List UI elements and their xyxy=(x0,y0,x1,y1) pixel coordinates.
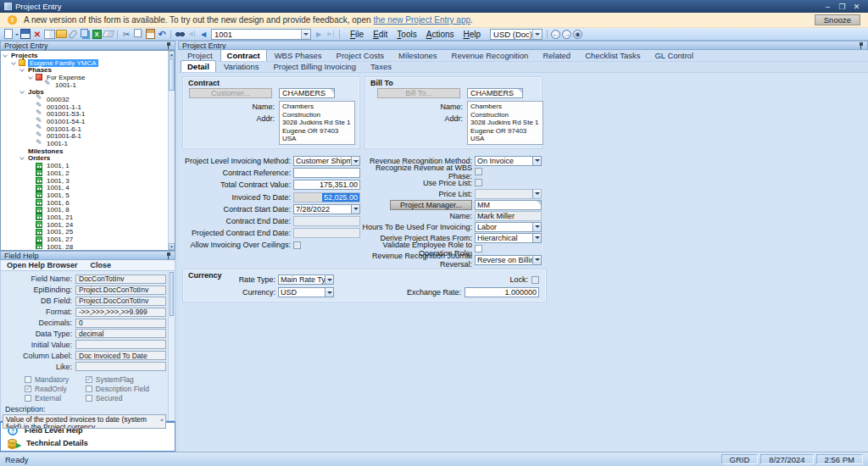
tree-item[interactable]: 1001, 2 xyxy=(2,169,168,177)
tree-item[interactable]: 1001, 3 xyxy=(2,177,168,185)
tree-item[interactable]: 1001, 27 xyxy=(2,236,168,243)
field-help-menu-item[interactable]: Close xyxy=(91,261,112,269)
new-icon[interactable] xyxy=(3,29,14,40)
tree-item[interactable]: 1001, 25 xyxy=(2,229,168,236)
clear-icon[interactable] xyxy=(103,29,114,40)
paperclip-icon[interactable] xyxy=(67,29,79,40)
currency-select[interactable]: USD xyxy=(278,287,334,297)
total-contract-value-input[interactable]: 175,351.00 xyxy=(293,180,360,190)
tree-item[interactable]: Phases xyxy=(2,66,168,74)
sub-tab[interactable]: Variations xyxy=(217,60,266,72)
scroll-down-icon[interactable]: ▼ xyxy=(169,243,175,250)
new-dropdown-icon[interactable] xyxy=(15,34,19,37)
tab[interactable]: Milestones xyxy=(392,49,443,61)
chevron-down-icon[interactable] xyxy=(532,223,541,231)
tree-item[interactable]: 001001-54-1 xyxy=(2,118,168,125)
chevron-down-icon[interactable] xyxy=(532,30,542,39)
tree-item[interactable]: 1001, 5 xyxy=(2,191,168,199)
revrec-journal-reversal-select[interactable]: Reverse on Billing/Shipm xyxy=(475,255,542,265)
next-record-icon[interactable] xyxy=(313,29,325,40)
tree-item[interactable]: 001001-53-1 xyxy=(2,111,168,119)
invoicing-method-select[interactable]: Customer Shipment xyxy=(293,156,360,166)
menu-item[interactable]: Edit xyxy=(373,30,387,39)
close-button[interactable]: ✕ xyxy=(849,3,864,11)
record-navigation-circle-icon[interactable]: ◉ xyxy=(573,30,582,39)
expander-icon[interactable] xyxy=(28,75,33,80)
tree-item[interactable]: 000032 xyxy=(2,96,168,103)
sub-tab[interactable]: Detail xyxy=(181,60,216,72)
chevron-down-icon[interactable] xyxy=(532,256,541,264)
excel-icon[interactable] xyxy=(91,29,103,40)
memo-icon[interactable] xyxy=(43,29,55,40)
chevron-down-icon[interactable] xyxy=(351,205,359,214)
scroll-up-icon[interactable]: ▲ xyxy=(169,51,175,58)
tree-item[interactable]: 1001, 24 xyxy=(2,221,168,229)
project-manager-id-field[interactable]: MM xyxy=(475,200,542,210)
tab[interactable]: Project Costs xyxy=(330,49,392,61)
tree-item[interactable]: 1001, 4 xyxy=(2,184,168,191)
tree-item[interactable]: 001001-6-1 xyxy=(2,125,168,133)
tree-item[interactable]: For Expense xyxy=(2,74,168,81)
field-help-scrollbar[interactable] xyxy=(168,271,175,420)
currency-scope-combo[interactable]: USD (Doc) xyxy=(490,29,542,40)
technical-details-button[interactable]: Technical Details xyxy=(8,438,168,448)
hours-for-invoicing-select[interactable]: Labor xyxy=(475,222,542,232)
chevron-down-icon[interactable] xyxy=(351,157,359,165)
chevron-down-icon[interactable] xyxy=(325,275,333,284)
undo-icon[interactable] xyxy=(156,29,168,40)
search-binoculars-icon[interactable] xyxy=(174,29,186,40)
tab[interactable]: WBS Phases xyxy=(268,49,329,61)
pin-icon[interactable] xyxy=(858,42,864,49)
chevron-down-icon[interactable] xyxy=(532,234,541,242)
tree-item[interactable]: 001001-1-1 xyxy=(2,103,168,111)
tab[interactable]: Checklist Tasks xyxy=(578,49,647,61)
tab[interactable]: Project xyxy=(181,49,220,61)
menu-item[interactable]: Tools xyxy=(397,30,416,39)
expander-icon[interactable] xyxy=(19,156,25,161)
tree-item[interactable]: 1001, 8 xyxy=(2,206,168,214)
tree-item[interactable]: 1001, 21 xyxy=(2,214,168,221)
revenue-recognition-method-select[interactable]: On Invoice xyxy=(475,156,542,166)
expander-icon[interactable] xyxy=(11,60,16,65)
new-app-link[interactable]: the new Project Entry app xyxy=(374,15,471,25)
tree-scrollbar[interactable]: ▲ ▼ xyxy=(168,51,175,250)
paste-icon[interactable] xyxy=(144,29,156,40)
tab[interactable]: Related xyxy=(536,49,577,61)
splitter-handle[interactable]: ........ xyxy=(1,415,175,420)
record-id-combo[interactable]: 1001 xyxy=(211,29,311,40)
exchange-rate-input[interactable]: 1.000000 xyxy=(465,287,539,297)
tree-item[interactable]: Eugene Family YMCA xyxy=(2,59,168,67)
tab[interactable]: Contract xyxy=(220,49,267,61)
expander-icon[interactable] xyxy=(19,89,25,94)
chevron-down-icon[interactable] xyxy=(532,157,541,165)
tree-item[interactable]: 1001-1 xyxy=(2,81,168,89)
cut-icon[interactable] xyxy=(120,29,132,40)
previous-record-icon[interactable] xyxy=(198,29,209,40)
contract-start-date-picker[interactable]: 7/28/2022 xyxy=(293,204,360,214)
tree-item[interactable]: Milestones xyxy=(2,147,168,155)
tab[interactable]: GL Control xyxy=(648,49,700,61)
menu-item[interactable]: Actions xyxy=(426,30,454,39)
menu-item[interactable]: File xyxy=(350,30,364,39)
chevron-down-icon[interactable] xyxy=(325,288,333,297)
customer-code-field[interactable]: CHAMBERS xyxy=(279,88,335,98)
tree-item[interactable]: 1001, 28 xyxy=(2,243,168,249)
expander-icon[interactable] xyxy=(3,53,8,58)
attachments-folder-icon[interactable] xyxy=(55,29,67,40)
delete-icon[interactable] xyxy=(31,29,43,40)
tree-item[interactable]: Jobs xyxy=(2,88,168,96)
restore-button[interactable]: ❐ xyxy=(835,3,849,11)
back-circle-icon[interactable]: ← xyxy=(551,30,560,39)
tree-item[interactable]: Orders xyxy=(2,155,168,163)
tab[interactable]: Revenue Recognition xyxy=(445,49,536,61)
validate-employee-role-checkbox[interactable] xyxy=(475,245,482,252)
save-icon[interactable] xyxy=(19,29,31,40)
field-help-menu-item[interactable]: Open Help Browser xyxy=(7,261,78,269)
contract-reference-input[interactable] xyxy=(293,168,360,178)
snooze-button[interactable]: Snooze xyxy=(815,14,860,25)
tree-item[interactable]: 1001, 1 xyxy=(2,162,168,169)
tree-item[interactable]: 001001-8-1 xyxy=(2,133,168,141)
minimize-button[interactable]: – xyxy=(821,3,835,11)
sub-tab[interactable]: Project Billing Invoicing xyxy=(266,60,363,72)
chevron-down-icon[interactable] xyxy=(301,30,310,39)
